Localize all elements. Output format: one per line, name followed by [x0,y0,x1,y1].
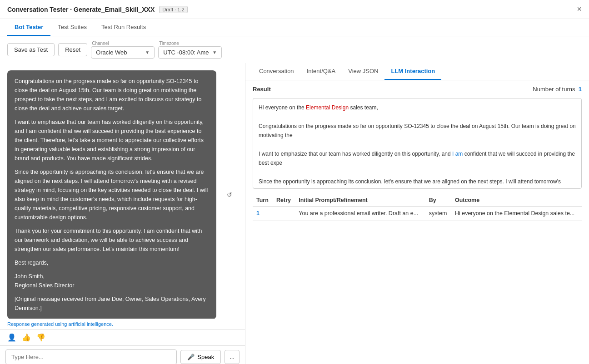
col-turn: Turn [253,194,273,207]
profile-icon-button[interactable]: 👤 [7,333,16,342]
result-line-4: Since the opportunity is approaching its… [259,177,576,189]
title-bar-left: Conversation Tester · Generate_Email_Ski… [7,6,188,13]
chat-input[interactable] [5,349,177,364]
speak-label: Speak [197,354,214,360]
table-header-row: Turn Retry Initial Prompt/Refinement By … [253,194,582,207]
chat-input-bar: 🎤 Speak ... [0,345,245,364]
channel-dropdown-wrap: Channel Oracle Web ▼ [91,41,155,59]
close-button[interactable]: × [577,5,582,14]
result-line-2: Congratulations on the progress made so … [259,122,576,140]
chat-area: Congratulations on the progress made so … [0,63,245,319]
tab-test-suites[interactable]: Test Suites [50,19,94,36]
more-button[interactable]: ... [225,350,240,364]
reset-button[interactable]: Reset [58,43,87,56]
right-content: Result Number of turns 1 Hi everyone on … [245,80,589,364]
ai-notice-wrap: Response generated using artificial inte… [0,319,245,329]
refresh-icon[interactable]: ↺ [227,191,232,198]
tab-intent-qa[interactable]: Intent/Q&A [300,63,342,80]
table-row: 1 You are a professional email writer. D… [253,207,582,221]
right-tabs: Conversation Intent/Q&A View JSON LLM In… [245,63,589,80]
turns-info: Number of turns 1 [533,86,582,93]
save-as-test-button[interactable]: Save as Test [7,43,55,56]
chat-actions: 👤 👍 👎 [0,329,245,345]
left-panel: Congratulations on the progress made so … [0,63,245,364]
cell-turn: 1 [253,207,273,221]
draft-badge: Draft · 1.2 [159,6,187,13]
speak-button[interactable]: 🎤 Speak [180,350,221,364]
bot-para-4: Thank you for your commitment to this op… [15,226,209,254]
bot-message-wrap: Congratulations on the progress made so … [7,70,238,319]
title-bar: Conversation Tester · Generate_Email_Ski… [0,0,589,19]
timezone-dropdown[interactable]: UTC -08:00: Ame ▼ [158,46,222,59]
bot-para-6: John Smith,Regional Sales Director [15,272,209,290]
interaction-table: Turn Retry Initial Prompt/Refinement By … [253,194,582,221]
cell-retry [273,207,295,221]
page-title: Conversation Tester · Generate_Email_Ski… [7,6,155,13]
result-line-1: Hi everyone on the Elemental Design sale… [259,103,576,112]
bot-para-3: Since the opportunity is approaching its… [15,167,209,222]
timezone-label: Timezone [158,41,222,46]
tab-view-json[interactable]: View JSON [342,63,384,80]
cell-outcome: Hi everyone on the Elemental Design sale… [451,207,582,221]
bot-para-5: Best regards, [15,258,209,267]
cell-prompt: You are a professional email writer. Dra… [295,207,425,221]
bot-para-2: I want to emphasize that our team has wo… [15,118,209,163]
col-retry: Retry [273,194,295,207]
col-outcome: Outcome [451,194,582,207]
result-header: Result Number of turns 1 [253,86,582,93]
main-layout: Congratulations on the progress made so … [0,63,589,364]
result-line-3: I want to emphasize that our team has wo… [259,149,576,168]
timezone-arrow-icon: ▼ [212,50,217,55]
channel-arrow-icon: ▼ [145,50,150,55]
tab-llm-interaction[interactable]: LLM Interaction [384,63,441,80]
result-label: Result [253,86,271,93]
thumbs-up-button[interactable]: 👍 [22,333,31,342]
cell-by: system [425,207,451,221]
tab-test-run-results[interactable]: Test Run Results [94,19,153,36]
bot-para-1: Congratulations on the progress made so … [15,77,209,113]
turns-count-value: 1 [579,86,582,93]
col-prompt: Initial Prompt/Refinement [295,194,425,207]
tab-bot-tester[interactable]: Bot Tester [7,19,50,36]
thumbs-down-button[interactable]: 👎 [36,333,45,342]
col-by: By [425,194,451,207]
number-of-turns-label: Number of turns [533,86,575,93]
highlight-elemental: Elemental Design [306,104,349,111]
channel-label: Channel [91,41,155,46]
ai-notice: Response generated using artificial inte… [7,320,113,329]
bot-message: Congratulations on the progress made so … [7,70,216,319]
right-panel: Conversation Intent/Q&A View JSON LLM In… [245,63,589,364]
mic-icon: 🎤 [187,354,195,360]
timezone-value: UTC -08:00: Ame [163,49,209,56]
channel-value: Oracle Web [96,49,127,56]
bot-para-7: [Original message received from Jane Doe… [15,295,209,313]
toolbar: Save as Test Reset Channel Oracle Web ▼ … [0,36,589,63]
nav-tabs: Bot Tester Test Suites Test Run Results [0,19,589,36]
result-box: Hi everyone on the Elemental Design sale… [253,98,582,189]
highlight-i-am: I am [452,151,463,157]
tab-conversation[interactable]: Conversation [253,63,300,80]
channel-dropdown[interactable]: Oracle Web ▼ [91,46,155,59]
timezone-dropdown-wrap: Timezone UTC -08:00: Ame ▼ [158,41,222,59]
